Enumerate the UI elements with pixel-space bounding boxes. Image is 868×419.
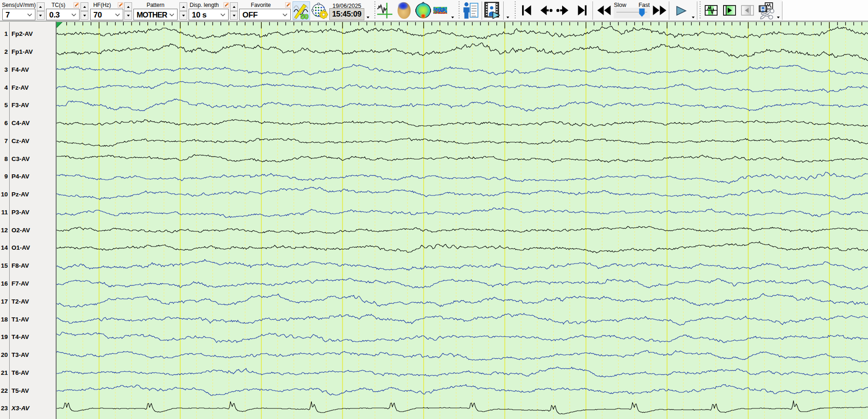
svg-text:50: 50	[301, 12, 309, 20]
